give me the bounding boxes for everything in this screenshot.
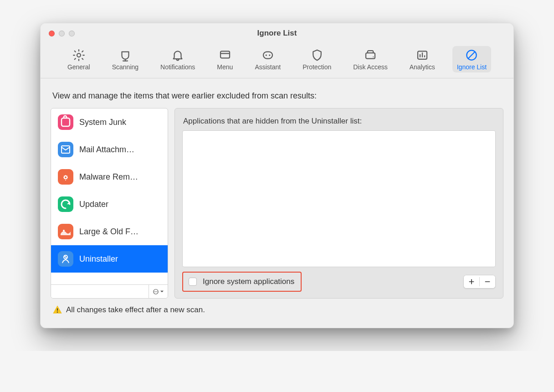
main-bottom-row: Ignore system applications (182, 272, 496, 292)
add-button[interactable] (464, 275, 479, 288)
sidebar-item-malware-rem[interactable]: Malware Rem… (51, 163, 168, 191)
window-title: Ignore List (41, 29, 513, 38)
svg-rect-16 (58, 114, 73, 130)
tab-label: Analytics (410, 63, 435, 71)
category-list: System Junk Mail Attachm… Malware Rem… U… (51, 108, 168, 284)
tab-label: Protection (303, 63, 331, 71)
category-sidebar: System Junk Mail Attachm… Malware Rem… U… (51, 108, 168, 299)
svg-point-7 (269, 54, 270, 56)
svg-rect-22 (58, 224, 73, 239)
main-panel: Applications that are hidden from the Un… (174, 108, 503, 299)
tab-assistant[interactable]: Assistant (250, 46, 285, 72)
ignored-apps-list[interactable] (182, 130, 496, 267)
tab-analytics[interactable]: Analytics (405, 46, 440, 72)
sidebar-search-input[interactable] (51, 285, 149, 298)
ignore-system-apps-checkbox[interactable] (189, 278, 197, 286)
tab-label: Assistant (255, 63, 281, 71)
sidebar-item-system-junk[interactable]: System Junk (51, 108, 168, 136)
sidebar-item-label: System Junk (79, 118, 126, 127)
menu-icon (218, 49, 232, 62)
tab-scanning[interactable]: Scanning (108, 46, 143, 72)
sidebar-item-mail-attachm[interactable]: Mail Attachm… (51, 136, 168, 163)
svg-rect-21 (58, 196, 73, 212)
tab-general[interactable]: General (63, 46, 95, 72)
zoom-window-button[interactable] (69, 31, 75, 36)
preferences-toolbar: General Scanning Notifications Menu Assi… (41, 43, 513, 78)
ignore-system-apps-highlight: Ignore system applications (182, 272, 302, 292)
tab-disk-access[interactable]: Disk Access (349, 46, 392, 72)
svg-rect-5 (263, 52, 272, 59)
svg-point-0 (77, 53, 81, 57)
sidebar-item-label: Mail Attachm… (79, 145, 134, 155)
remove-button[interactable] (480, 275, 495, 288)
tab-label: Disk Access (353, 63, 387, 71)
warning-icon (52, 305, 62, 315)
minimize-window-button[interactable] (59, 31, 65, 36)
assistant-icon (261, 49, 275, 62)
sidebar-item-icon (57, 223, 74, 240)
close-window-button[interactable] (49, 31, 55, 36)
footer-note: All changes take effect after a new scan… (66, 305, 205, 315)
chart-icon (416, 49, 429, 62)
sidebar-item-label: Uninstaller (79, 254, 118, 264)
sidebar-item-updater[interactable]: Updater (51, 191, 168, 218)
bell-icon (171, 49, 185, 62)
sidebar-item-icon (57, 141, 74, 158)
sidebar-item-icon (57, 114, 74, 130)
tab-label: Menu (217, 63, 233, 71)
sidebar-item-large-old-f[interactable]: Large & Old F… (51, 218, 168, 245)
traffic-lights (41, 31, 75, 36)
tab-ignore-list[interactable]: Ignore List (452, 46, 491, 72)
tab-label: General (67, 63, 90, 71)
disk-icon (364, 49, 377, 62)
titlebar: Ignore List (41, 23, 513, 43)
footer: All changes take effect after a new scan… (51, 299, 503, 322)
sidebar-item-label: Malware Rem… (79, 172, 138, 182)
svg-rect-8 (366, 53, 375, 59)
svg-rect-34 (57, 308, 58, 311)
panes: System Junk Mail Attachm… Malware Rem… U… (51, 108, 503, 299)
svg-point-30 (157, 291, 158, 292)
sidebar-item-uninstaller[interactable]: Uninstaller (51, 245, 168, 273)
tab-menu[interactable]: Menu (212, 46, 237, 72)
add-remove-buttons (463, 275, 496, 289)
ignore-system-apps-label[interactable]: Ignore system applications (203, 277, 294, 286)
gear-icon (72, 49, 86, 62)
tab-protection[interactable]: Protection (298, 46, 336, 72)
scan-icon (118, 49, 132, 62)
tab-label: Scanning (112, 63, 138, 71)
sidebar-item-icon (57, 196, 74, 212)
sidebar-item-label: Large & Old F… (79, 227, 138, 237)
svg-point-28 (155, 291, 156, 292)
content: View and manage the items that were earl… (41, 78, 513, 328)
svg-line-15 (468, 52, 475, 59)
tab-label: Ignore List (457, 63, 487, 71)
svg-point-9 (373, 57, 374, 57)
ban-icon (465, 49, 478, 62)
sidebar-item-label: Updater (79, 200, 108, 209)
sidebar-item-icon (57, 251, 74, 267)
sidebar-filter-menu[interactable] (149, 285, 168, 298)
sidebar-item-icon (57, 169, 74, 185)
svg-point-6 (265, 54, 267, 56)
svg-rect-3 (221, 51, 230, 58)
tab-label: Notifications (160, 63, 195, 71)
shield-icon (310, 49, 324, 62)
main-heading: Applications that are hidden from the Un… (183, 117, 495, 126)
tab-notifications[interactable]: Notifications (156, 46, 200, 72)
sidebar-footer (51, 284, 168, 298)
svg-point-23 (63, 230, 65, 232)
intro-text: View and manage the items that were earl… (52, 91, 502, 101)
preferences-window: Ignore List General Scanning Notificatio… (40, 23, 514, 328)
svg-point-35 (57, 311, 58, 312)
svg-point-29 (154, 291, 155, 292)
